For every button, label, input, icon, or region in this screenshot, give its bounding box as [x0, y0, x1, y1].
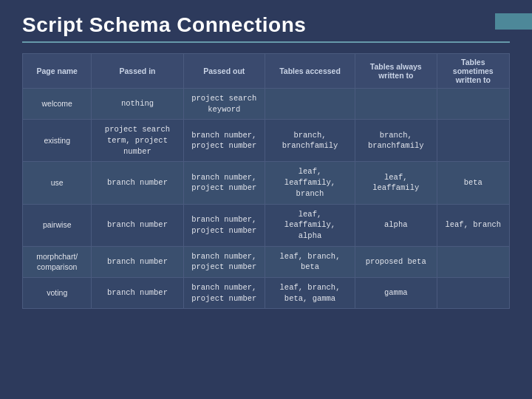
cell-5-0: voting — [23, 277, 92, 308]
cell-0-2: project search keyword — [183, 89, 265, 120]
schema-table: Page name Passed in Passed out Tables ac… — [22, 53, 510, 309]
header-page-name: Page name — [23, 54, 92, 89]
cell-0-4 — [355, 89, 437, 120]
cell-3-5: leaf, branch — [437, 204, 509, 246]
cell-4-2: branch number, project number — [183, 246, 265, 277]
page-title: Script Schema Connections — [22, 13, 510, 37]
page-container: Script Schema Connections Page name Pass… — [0, 0, 532, 399]
title-underline — [22, 41, 510, 43]
cell-5-4: gamma — [355, 277, 437, 308]
cell-2-4: leaf, leaffamily — [355, 162, 437, 204]
cell-0-0: welcome — [23, 89, 92, 120]
cell-4-5 — [437, 246, 509, 277]
table-row: morphchart/ comparisonbranch numberbranc… — [23, 246, 510, 277]
table-row: welcomenothingproject search keyword — [23, 89, 510, 120]
cell-0-5 — [437, 89, 509, 120]
cell-5-1: branch number — [92, 277, 183, 308]
header-tables-always: Tables always written to — [355, 54, 437, 89]
cell-1-1: project search term, project number — [92, 120, 183, 162]
cell-2-5: beta — [437, 162, 509, 204]
cell-3-2: branch number, project number — [183, 204, 265, 246]
table-row: existingproject search term, project num… — [23, 120, 510, 162]
table-row: usebranch numberbranch number, project n… — [23, 162, 510, 204]
cell-0-1: nothing — [92, 89, 183, 120]
table-header-row: Page name Passed in Passed out Tables ac… — [23, 54, 510, 89]
header-tables-sometimes: Tables sometimes written to — [437, 54, 509, 89]
cell-1-4: branch, branchfamily — [355, 120, 437, 162]
cell-2-1: branch number — [92, 162, 183, 204]
cell-0-3 — [265, 89, 355, 120]
header-passed-out: Passed out — [183, 54, 265, 89]
cell-5-5 — [437, 277, 509, 308]
cell-4-4: proposed beta — [355, 246, 437, 277]
cell-1-3: branch, branchfamily — [265, 120, 355, 162]
cell-2-3: leaf, leaffamily, branch — [265, 162, 355, 204]
table-row: pairwisebranch numberbranch number, proj… — [23, 204, 510, 246]
cell-4-3: leaf, branch, beta — [265, 246, 355, 277]
cell-5-2: branch number, project number — [183, 277, 265, 308]
cell-1-0: existing — [23, 120, 92, 162]
accent-bar — [495, 13, 532, 30]
header-passed-in: Passed in — [92, 54, 183, 89]
cell-4-0: morphchart/ comparison — [23, 246, 92, 277]
cell-3-1: branch number — [92, 204, 183, 246]
cell-2-2: branch number, project number — [183, 162, 265, 204]
cell-3-3: leaf, leaffamily, alpha — [265, 204, 355, 246]
table-row: votingbranch numberbranch number, projec… — [23, 277, 510, 308]
cell-5-3: leaf, branch, beta, gamma — [265, 277, 355, 308]
cell-4-1: branch number — [92, 246, 183, 277]
header-tables-accessed: Tables accessed — [265, 54, 355, 89]
cell-3-0: pairwise — [23, 204, 92, 246]
cell-1-2: branch number, project number — [183, 120, 265, 162]
cell-1-5 — [437, 120, 509, 162]
cell-3-4: alpha — [355, 204, 437, 246]
cell-2-0: use — [23, 162, 92, 204]
